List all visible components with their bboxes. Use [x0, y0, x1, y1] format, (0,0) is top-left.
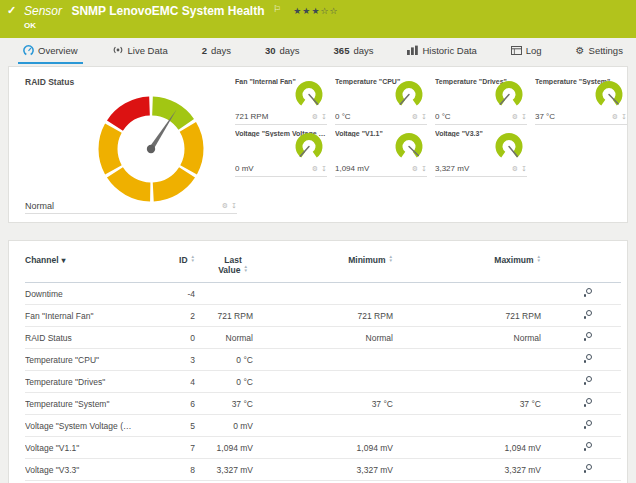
cell-channel: RAID Status [25, 327, 155, 349]
gauge-settings-gear-icon[interactable] [612, 113, 618, 121]
gauge-settings-gear-icon[interactable] [312, 165, 318, 173]
mini-gauge-tile-3[interactable]: Temperature "System"37 °C [535, 73, 627, 125]
gauge-settings-gear-icon[interactable] [512, 165, 518, 173]
mini-gauge-tile-6[interactable]: Voltage "V3.3"3,327 mV [435, 125, 527, 177]
edit-channel-wrench-icon[interactable] [583, 398, 592, 407]
gauge-pin-icon[interactable] [521, 113, 527, 121]
gauge-settings-gear-icon[interactable] [312, 113, 318, 121]
edit-channel-wrench-icon[interactable] [583, 464, 592, 473]
raid-status-gauge [86, 84, 216, 214]
channel-table-panel: Channel ID Last Value Minimum Maximum Do… [8, 240, 628, 483]
mini-gauge [492, 132, 526, 162]
column-header-maximum[interactable]: Maximum [393, 249, 541, 283]
cell-last-value: 3,327 mV [195, 459, 253, 481]
column-header-last-value[interactable]: Last Value [195, 249, 253, 283]
cell-minimum [253, 371, 393, 393]
tab-2-days[interactable]: 2days [197, 38, 236, 64]
edit-channel-wrench-icon[interactable] [583, 376, 592, 385]
mini-gauge-value: 0 °C [335, 112, 351, 121]
table-row: Temperature "System"637 °C37 °C37 °C [25, 393, 621, 415]
mini-gauge [392, 132, 426, 162]
gauge-icon [23, 45, 34, 56]
tab-365-days[interactable]: 365days [329, 38, 379, 64]
cell-maximum [393, 283, 541, 305]
cell-id: 8 [155, 459, 195, 481]
gear-icon: ⚙ [576, 45, 585, 56]
mini-gauge-tile-0[interactable]: Fan "Internal Fan"721 RPM [235, 73, 327, 125]
cell-id: 2 [155, 305, 195, 327]
tab-live-data[interactable]: Live Data [107, 38, 173, 64]
gauge-pin-icon[interactable] [421, 113, 427, 121]
page-title: SNMP LenovoEMC System Health [71, 4, 264, 18]
sort-arrows-icon [389, 255, 393, 263]
cell-id: 5 [155, 415, 195, 437]
cell-minimum [253, 415, 393, 437]
edit-channel-wrench-icon[interactable] [583, 332, 592, 341]
gauge-pin-icon[interactable] [421, 165, 427, 173]
sensor-status-badge: OK [24, 21, 36, 30]
gauge-pin-icon[interactable] [521, 165, 527, 173]
cell-maximum: 1,094 mV [393, 437, 541, 459]
cell-last-value: 721 RPM [195, 305, 253, 327]
cell-id: 6 [155, 393, 195, 415]
cell-last-value: Normal [195, 327, 253, 349]
gauge-pin-icon[interactable] [621, 113, 627, 121]
tab-overview[interactable]: Overview [18, 38, 83, 64]
cell-id: 7 [155, 437, 195, 459]
mini-gauge [292, 132, 326, 162]
cell-channel: Fan "Internal Fan" [25, 305, 155, 327]
cell-last-value: 0 °C [195, 349, 253, 371]
mini-gauge-tile-5[interactable]: Voltage "V1.1"1,094 mV [335, 125, 427, 177]
gauge-pin-icon[interactable] [231, 202, 237, 210]
cell-id: 0 [155, 327, 195, 349]
column-header-minimum[interactable]: Minimum [253, 249, 393, 283]
sort-arrows-icon [537, 255, 541, 263]
channel-table: Channel ID Last Value Minimum Maximum Do… [25, 249, 621, 481]
cell-minimum: 3,327 mV [253, 459, 393, 481]
mini-gauge [292, 80, 326, 110]
mini-gauge-tile-2[interactable]: Temperature "Drives"0 °C [435, 73, 527, 125]
cell-id: -4 [155, 283, 195, 305]
cell-channel: Temperature "CPU" [25, 349, 155, 371]
tab-log[interactable]: Log [506, 38, 547, 64]
gauge-settings-gear-icon[interactable] [412, 113, 418, 121]
tab-historic-data[interactable]: Historic Data [402, 38, 481, 64]
column-header-channel[interactable]: Channel [25, 249, 155, 283]
tab-settings[interactable]: ⚙Settings [571, 38, 628, 64]
cell-id: 3 [155, 349, 195, 371]
column-header-id[interactable]: ID [155, 249, 195, 283]
mini-gauge-grid: Fan "Internal Fan"721 RPMTemperature "CP… [235, 73, 627, 177]
table-row: Temperature "Drives"40 °C [25, 371, 621, 393]
sort-arrows-icon [191, 255, 195, 263]
edit-channel-wrench-icon[interactable] [583, 354, 592, 363]
mini-gauge [492, 80, 526, 110]
raid-gauge-title: RAID Status [25, 77, 74, 87]
cell-maximum [393, 349, 541, 371]
priority-stars[interactable]: ★★★☆☆ [293, 6, 338, 16]
mini-gauge-tile-4[interactable]: Voltage "System Voltage (12…0 mV [235, 125, 327, 177]
edit-channel-wrench-icon[interactable] [583, 442, 592, 451]
edit-channel-wrench-icon[interactable] [583, 288, 592, 297]
gauge-pin-icon[interactable] [321, 113, 327, 121]
edit-channel-wrench-icon[interactable] [583, 310, 592, 319]
edit-channel-wrench-icon[interactable] [583, 420, 592, 429]
mini-gauge-value: 1,094 mV [335, 164, 369, 173]
cell-maximum: Normal [393, 327, 541, 349]
table-row: RAID Status0NormalNormalNormal [25, 327, 621, 349]
table-row: Downtime-4 [25, 283, 621, 305]
gauge-settings-gear-icon[interactable] [512, 113, 518, 121]
priority-flag-icon[interactable]: ⚐ [273, 4, 281, 14]
gauge-settings-gear-icon[interactable] [412, 165, 418, 173]
column-header-actions [541, 249, 621, 283]
mini-gauge-tile-1[interactable]: Temperature "CPU"0 °C [335, 73, 427, 125]
cell-channel: Temperature "System" [25, 393, 155, 415]
table-row: Voltage "System Voltage (…50 mV [25, 415, 621, 437]
gauge-settings-gear-icon[interactable] [222, 202, 228, 210]
tab-30-days[interactable]: 30days [260, 38, 305, 64]
cell-channel: Temperature "Drives" [25, 371, 155, 393]
cell-minimum: Normal [253, 327, 393, 349]
mini-gauge-value: 3,327 mV [435, 164, 469, 173]
sensor-header: ✓ Sensor SNMP LenovoEMC System Health ⚐ … [0, 0, 636, 38]
gauge-pin-icon[interactable] [321, 165, 327, 173]
cell-id: 4 [155, 371, 195, 393]
